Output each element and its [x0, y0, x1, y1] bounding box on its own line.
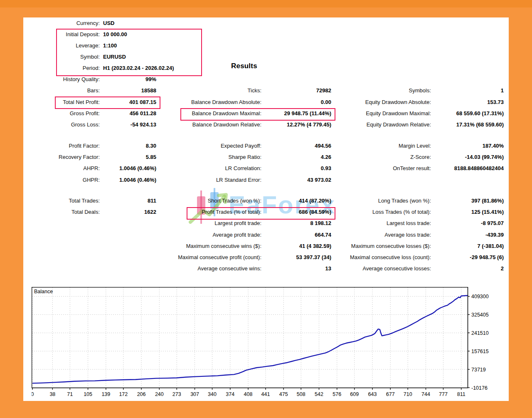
axis-tick-label: 325405: [471, 312, 489, 318]
axis-tick-label: 409300: [471, 294, 489, 299]
axis-tick-label: 643: [368, 391, 377, 397]
axis-tick-label: 273: [172, 391, 181, 397]
stat-label: Symbol:: [0, 54, 100, 60]
stat-label: Initial Deposit:: [0, 31, 100, 37]
stat-value: -439.39: [396, 232, 504, 238]
stat-value: EURUSD: [103, 54, 211, 60]
axis-tick-label: 777: [439, 391, 448, 397]
axis-tick-label: 508: [297, 391, 305, 397]
axis-tick-label: 73719: [471, 367, 486, 373]
stat-label: Period:: [0, 65, 100, 71]
stat-value: -29 948.75 (6): [396, 254, 504, 260]
axis-tick-label: 241510: [471, 330, 489, 336]
stat-value: H1 (2023.02.24 - 2026.02.24): [103, 65, 211, 71]
balance-chart: 0387110513917220624027330734037440844147…: [32, 287, 501, 400]
axis-tick-label: 139: [101, 391, 110, 397]
axis-tick-label: 240: [155, 391, 164, 397]
axis-tick-label: 441: [261, 391, 270, 397]
axis-tick-label: 744: [421, 391, 430, 397]
stat-value: 7 (-381.04): [396, 243, 504, 249]
stat-value: 187.40%: [396, 143, 504, 149]
axis-tick-label: 172: [119, 391, 128, 397]
axis-tick-label: 0: [32, 391, 34, 397]
stat-value: 8188.848860482404: [396, 165, 504, 171]
stats-table: Results Currency:USDInitial Deposit:10 0…: [23, 17, 509, 284]
stat-value: -8 975.07: [396, 220, 504, 226]
results-title: Results: [231, 62, 335, 70]
chart-title: Balance: [34, 289, 53, 294]
axis-tick-label: 609: [350, 391, 359, 397]
stat-value: -14.03 (99.74%): [396, 154, 504, 160]
axis-tick-label: 157615: [471, 349, 489, 354]
stat-value: 68 559.60 (17.31%): [396, 110, 504, 116]
axis-tick-label: 340: [208, 391, 217, 397]
axis-tick-label: 710: [404, 391, 412, 397]
stat-value: 17.31% (68 559.60): [396, 121, 504, 128]
screenshot-top-strip: [0, 0, 532, 7]
chart-frame: [32, 287, 468, 388]
axis-tick-label: 677: [386, 391, 395, 397]
axis-tick-label: 475: [279, 391, 288, 397]
stat-value: 10 000.00: [103, 31, 211, 37]
axis-tick-label: -10176: [471, 385, 488, 391]
stat-value: USD: [103, 20, 211, 26]
stat-value: 99%: [48, 76, 156, 82]
axis-tick-label: 38: [49, 391, 55, 397]
balance-line: [32, 296, 468, 383]
stat-value: 1: [396, 87, 504, 94]
stat-value: 125 (15.41%): [396, 209, 504, 215]
axis-tick-label: 374: [226, 391, 234, 397]
stat-value: 2: [396, 265, 504, 272]
stat-label: Leverage:: [0, 42, 100, 49]
axis-tick-label: 408: [244, 391, 253, 397]
stat-value: 1:100: [103, 42, 211, 49]
axis-tick-label: 206: [137, 391, 146, 397]
axis-tick-label: 542: [315, 391, 323, 397]
axis-tick-label: 307: [190, 391, 199, 397]
stat-value: 153.73: [396, 99, 504, 105]
stat-value: 397 (81.86%): [396, 198, 504, 204]
axis-tick-label: 576: [332, 391, 341, 397]
axis-tick-label: 71: [67, 391, 73, 397]
stat-value: 43 973.02: [223, 177, 331, 183]
stat-label: Currency:: [0, 20, 100, 26]
axis-tick-label: 811: [457, 391, 466, 397]
axis-tick-label: 105: [84, 391, 92, 397]
strategy-tester-report: EaForex Results Currency:USDInitial Depo…: [23, 17, 509, 401]
